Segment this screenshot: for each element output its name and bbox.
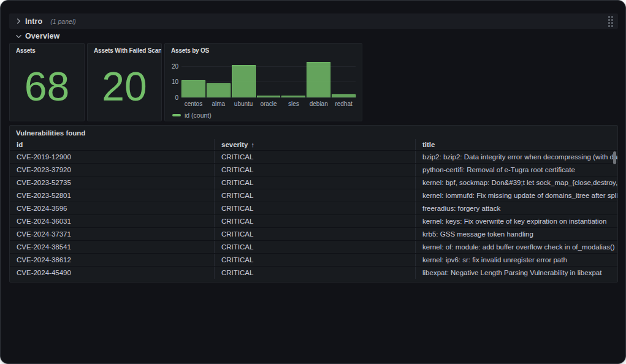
row-header-intro[interactable]: Intro (1 panel) <box>9 13 618 29</box>
panel-title-assets-by-os[interactable]: Assets by OS <box>165 44 362 54</box>
table-header-row: id severity ↑ title <box>10 139 617 150</box>
chevron-down-icon <box>14 32 23 40</box>
stat-value-failed-scan: 20 <box>88 54 161 121</box>
legend-marker-icon <box>172 114 181 116</box>
row-title-intro: Intro <box>25 17 42 26</box>
table-row: CVE-2024-38612CRITICALkernel: ipv6: sr: … <box>10 253 617 266</box>
panel-title-vulnerabilities[interactable]: Vulnerabilities found <box>10 126 617 137</box>
legend-label: id (count) <box>185 112 212 119</box>
table-cell: CRITICAL <box>215 176 416 189</box>
table-row: CVE-2024-45490CRITICALlibexpat: Negative… <box>10 266 617 279</box>
table-row: CVE-2023-52801CRITICALkernel: iommufd: F… <box>10 189 617 202</box>
table-row: CVE-2023-52735CRITICALkernel: bpf, sockm… <box>10 176 617 189</box>
y-tick-label: 10 <box>172 79 178 85</box>
panel-failed-scan: Assets With Failed Scan 20 <box>87 43 162 121</box>
table-cell: CVE-2019-12900 <box>10 151 215 163</box>
bar-redhat <box>332 59 356 97</box>
panel-title-assets[interactable]: Assets <box>10 44 84 54</box>
bar-alma <box>207 59 231 97</box>
sort-asc-icon: ↑ <box>251 141 254 148</box>
table-cell: CRITICAL <box>215 241 416 253</box>
table-cell: kernel: keys: Fix overwrite of key expir… <box>416 215 617 227</box>
table-scrollbar-thumb[interactable] <box>613 151 616 164</box>
table-row: CVE-2023-37920CRITICALpython-certifi: Re… <box>10 163 617 176</box>
column-header-severity[interactable]: severity ↑ <box>215 139 416 150</box>
table-row: CVE-2024-3596CRITICALfreeradius: forgery… <box>10 202 617 214</box>
x-tick-label: ubuntu <box>232 100 256 107</box>
table-body: CVE-2019-12900CRITICALbzip2: bzip2: Data… <box>10 150 617 279</box>
table-cell: CRITICAL <box>215 202 416 214</box>
dashboard: Intro (1 panel) Overview Assets 68 Asset… <box>0 0 626 364</box>
table-cell: CVE-2024-3596 <box>10 202 215 214</box>
y-tick-label: 0 <box>175 95 178 101</box>
table-cell: CVE-2023-52735 <box>10 176 215 189</box>
bar-chart: 01020 centosalmaubuntuoracleslesdebianre… <box>165 54 362 107</box>
table-cell: CVE-2024-38541 <box>10 241 215 253</box>
table-cell: CRITICAL <box>215 228 416 240</box>
table-cell: CVE-2024-36031 <box>10 215 215 227</box>
table-cell: bzip2: bzip2: Data integrity error when … <box>416 151 617 163</box>
row-panel-count: (1 panel) <box>50 18 75 25</box>
y-tick-label: 20 <box>172 64 178 70</box>
table-cell: kernel: bpf, sockmap: Don&#39;t let sock… <box>416 176 617 189</box>
chevron-right-icon <box>14 17 23 26</box>
panel-vulnerabilities: Vulnerabilities found id severity ↑ titl… <box>9 125 618 282</box>
table-cell: CRITICAL <box>215 254 416 266</box>
table-cell: kernel: iommufd: Fix missing update of d… <box>416 189 617 202</box>
row-header-overview[interactable]: Overview <box>9 31 618 42</box>
x-tick-label: centos <box>181 100 205 107</box>
table-cell: CVE-2023-37920 <box>10 164 215 176</box>
x-tick-label: debian <box>307 100 330 107</box>
x-tick-label: redhat <box>332 100 356 107</box>
row-drag-handle-icon[interactable] <box>608 16 613 27</box>
vulnerabilities-table: id severity ↑ title CVE-2019-12900CRITIC… <box>10 139 617 282</box>
table-cell: CRITICAL <box>215 189 416 202</box>
x-labels: centosalmaubuntuoracleslesdebianredhat <box>181 100 356 107</box>
table-cell: libexpat: Negative Length Parsing Vulner… <box>416 267 617 279</box>
bar-oracle <box>257 59 281 97</box>
table-row: CVE-2024-38541CRITICALkernel: of: module… <box>10 240 617 253</box>
table-cell: python-certifi: Removal of e-Tugra root … <box>416 164 617 176</box>
x-tick-label: oracle <box>257 100 281 107</box>
panel-assets: Assets 68 <box>9 43 85 121</box>
y-axis: 01020 <box>169 59 180 98</box>
table-cell: CVE-2024-37371 <box>10 228 215 240</box>
table-row: CVE-2024-37371CRITICALkrb5: GSS message … <box>10 227 617 240</box>
table-cell: kernel: of: module: add buffer overflow … <box>416 241 617 253</box>
panel-title-failed-scan[interactable]: Assets With Failed Scan <box>88 44 161 54</box>
table-row: CVE-2024-36031CRITICALkernel: keys: Fix … <box>10 214 617 227</box>
panel-assets-by-os: Assets by OS 01020 centosalmaubuntuoracl… <box>164 43 362 121</box>
table-cell: CVE-2024-45490 <box>10 267 215 279</box>
table-cell: kernel: ipv6: sr: fix invalid unregister… <box>416 254 617 266</box>
table-cell: CRITICAL <box>215 164 416 176</box>
table-cell: freeradius: forgery attack <box>416 202 617 214</box>
x-tick-label: sles <box>281 100 305 107</box>
bar-sles <box>281 59 305 97</box>
table-cell: krb5: GSS message token handling <box>416 228 617 240</box>
column-header-id[interactable]: id <box>10 139 215 150</box>
table-row: CVE-2019-12900CRITICALbzip2: bzip2: Data… <box>10 150 617 163</box>
table-cell: CRITICAL <box>215 267 416 279</box>
table-cell: CRITICAL <box>215 215 416 227</box>
legend-item[interactable]: id (count) <box>172 112 362 119</box>
table-cell: CVE-2024-38612 <box>10 254 215 266</box>
column-header-title[interactable]: title <box>416 139 617 150</box>
x-tick-label: alma <box>207 100 231 107</box>
bar-debian <box>307 59 330 97</box>
row-title-overview: Overview <box>25 32 59 40</box>
bar-ubuntu <box>232 59 256 97</box>
table-cell: CVE-2023-52801 <box>10 189 215 202</box>
bar-plot <box>181 59 356 98</box>
stat-value-assets: 68 <box>10 54 84 121</box>
table-cell: CRITICAL <box>215 151 416 163</box>
bar-centos <box>181 59 205 97</box>
